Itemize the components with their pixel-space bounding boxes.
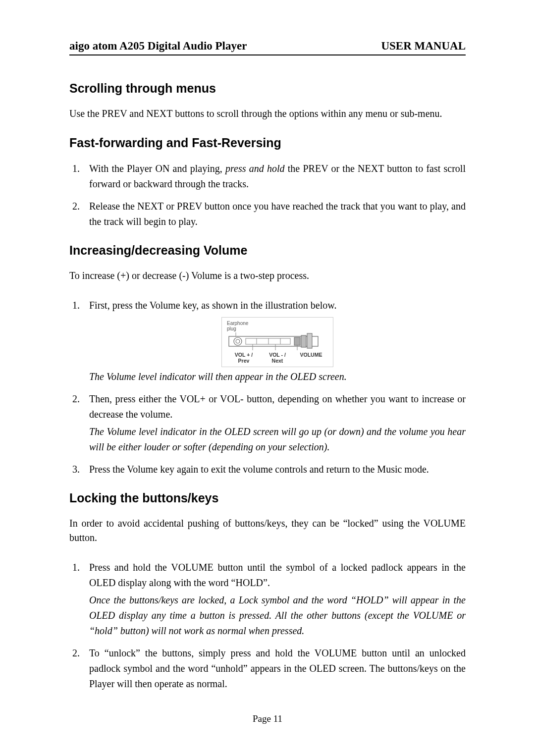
section-body-volume: To increase (+) or decrease (-) Volume i… xyxy=(69,269,466,283)
illustration-label-volminus: VOL - / Next xyxy=(261,352,294,364)
section-title-lock: Locking the buttons/keys xyxy=(69,491,466,505)
svg-point-1 xyxy=(234,337,242,345)
svg-rect-4 xyxy=(246,338,290,344)
list-item: With the Player ON and playing, press an… xyxy=(82,161,466,192)
list-item: Then, press either the VOL+ or VOL- butt… xyxy=(82,391,466,455)
label-text: VOL + / xyxy=(235,352,253,358)
player-diagram-icon xyxy=(227,332,328,351)
label-text: plug xyxy=(227,326,236,331)
list-text: First, press the Volume key, as shown in… xyxy=(89,300,336,311)
list-item: Press the Volume key again to exit the v… xyxy=(82,462,466,477)
svg-rect-8 xyxy=(294,337,300,345)
section-title-fastfwd: Fast-forwarding and Fast-Reversing xyxy=(69,136,466,150)
list-text: Press the Volume key again to exit the v… xyxy=(89,464,429,475)
volume-illustration-wrap: Earphone plug xyxy=(89,317,466,367)
label-text: Earphone xyxy=(227,321,248,326)
lock-list: Press and hold the VOLUME button until t… xyxy=(69,560,466,692)
list-item: To “unlock” the buttons, simply press an… xyxy=(82,646,466,692)
label-text: VOL - / xyxy=(269,352,286,358)
section-title-volume: Increasing/decreasing Volume xyxy=(69,243,466,258)
list-text: With the Player ON and playing, xyxy=(89,163,225,174)
page-header: aigo atom A205 Digital Audio Player USER… xyxy=(69,40,466,55)
section-body-lock: In order to avoid accidental pushing of … xyxy=(69,516,466,545)
header-left: aigo atom A205 Digital Audio Player xyxy=(69,40,247,53)
illustration-label-volplus: VOL + / Prev xyxy=(227,352,261,364)
list-text: To “unlock” the buttons, simply press an… xyxy=(89,648,466,689)
list-text: Then, press either the VOL+ or VOL- butt… xyxy=(89,393,466,420)
list-text-em: Once the buttons/keys are locked, a Lock… xyxy=(89,593,466,639)
header-right: USER MANUAL xyxy=(381,40,466,53)
list-text-em: press and hold xyxy=(225,163,285,174)
svg-rect-10 xyxy=(307,333,312,348)
list-item: Release the NEXT or PREV button once you… xyxy=(82,199,466,229)
illustration-caption: The Volume level indicator will then app… xyxy=(89,369,466,384)
label-text: Next xyxy=(272,358,283,364)
section-body-scroll: Use the PREV and NEXT buttons to scroll … xyxy=(69,107,466,121)
illustration-bottom-labels: VOL + / Prev VOL - / Next VOLUME xyxy=(227,352,328,364)
volume-list: First, press the Volume key, as shown in… xyxy=(69,298,466,477)
illustration-label-earphone: Earphone plug xyxy=(227,321,328,331)
svg-rect-9 xyxy=(301,335,306,347)
label-text: Prev xyxy=(238,358,250,364)
list-text-em: The Volume level indicator in the OLED s… xyxy=(89,424,466,455)
list-item: First, press the Volume key, as shown in… xyxy=(82,298,466,384)
svg-point-2 xyxy=(236,339,240,343)
illustration-label-volume: VOLUME xyxy=(294,352,328,364)
volume-illustration: Earphone plug xyxy=(221,317,333,367)
fastfwd-list: With the Player ON and playing, press an… xyxy=(69,161,466,229)
label-text: VOLUME xyxy=(300,352,322,358)
list-text: Release the NEXT or PREV button once you… xyxy=(89,201,466,227)
page-number: Page 11 xyxy=(0,713,535,724)
list-item: Press and hold the VOLUME button until t… xyxy=(82,560,466,639)
section-title-scroll: Scrolling through menus xyxy=(69,81,466,96)
list-text: Press and hold the VOLUME button until t… xyxy=(89,562,466,588)
